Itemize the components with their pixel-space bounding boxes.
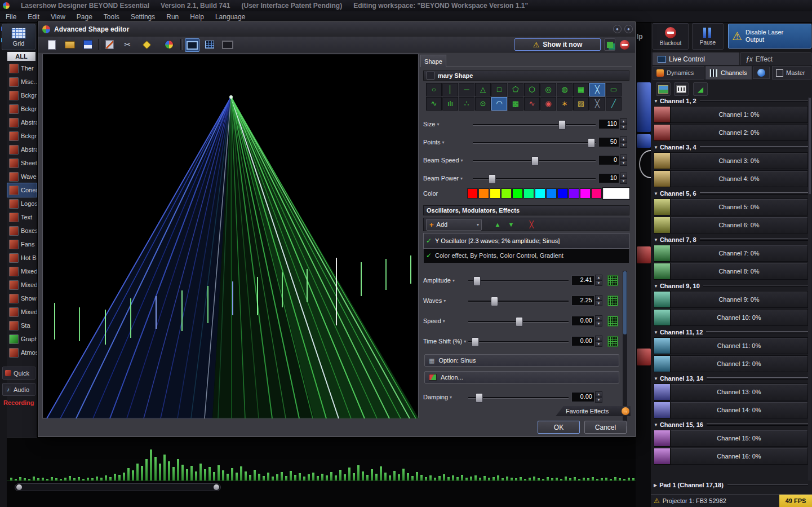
- spin-down-icon[interactable]: ▼: [595, 397, 602, 403]
- param-spinner[interactable]: ▲▼: [620, 173, 627, 184]
- param-value-speed[interactable]: 0.00: [571, 316, 594, 326]
- subtab-dynamics[interactable]: Dynamics: [653, 66, 704, 80]
- spin-up-icon[interactable]: ▲: [620, 155, 627, 160]
- channel-slider[interactable]: Channel 11: 0%: [654, 337, 808, 354]
- param-slider-beam-power[interactable]: [473, 173, 596, 184]
- category-item-atmosp[interactable]: Atmosp: [7, 346, 37, 359]
- channel-slider[interactable]: Channel 1: 0%: [654, 106, 808, 123]
- menu-view[interactable]: View: [45, 12, 71, 22]
- dome-shape-icon[interactable]: ◠: [491, 97, 507, 111]
- channel-slider-track[interactable]: Channel 9: 0%: [671, 291, 808, 308]
- param-slider-points[interactable]: [473, 137, 596, 148]
- channel-slider-track[interactable]: Channel 12: 0%: [671, 355, 808, 372]
- category-item-abstra[interactable]: Abstra: [7, 143, 37, 156]
- param-slider-time-shift[interactable]: [468, 336, 569, 347]
- slider-handle[interactable]: [472, 337, 479, 347]
- master-toggle[interactable]: Master: [772, 66, 811, 80]
- slider-handle[interactable]: [476, 393, 483, 403]
- category-all-tab[interactable]: ALL: [7, 52, 36, 61]
- param-slider-beam-speed[interactable]: [473, 155, 596, 166]
- channel-slider[interactable]: Channel 8: 0%: [654, 263, 808, 280]
- spin-up-icon[interactable]: ▲: [595, 391, 602, 397]
- disable-laser-output-button[interactable]: ⚠ Disable Laser Output: [728, 24, 811, 49]
- param-value-time-shift[interactable]: 0.00: [571, 336, 594, 346]
- pencil-shape-icon[interactable]: ╱: [606, 97, 622, 111]
- channel-slider[interactable]: Channel 4: 0%: [654, 170, 808, 187]
- param-value-beam-power[interactable]: 10: [598, 173, 619, 183]
- param-label-beam-speed[interactable]: Beam Speed▾: [423, 157, 473, 164]
- channel-slider-handle[interactable]: [654, 430, 671, 447]
- channel-slider-handle[interactable]: [654, 217, 671, 233]
- param-spinner[interactable]: ▲▼: [595, 336, 602, 347]
- hatch-grid-shape-icon[interactable]: ▦: [573, 83, 589, 96]
- globe-button[interactable]: [753, 67, 770, 79]
- circle-shape-icon[interactable]: ○: [426, 83, 442, 96]
- save-button[interactable]: [81, 38, 95, 51]
- param-spinner[interactable]: ▲▼: [620, 155, 627, 166]
- category-item-cones[interactable]: Cones: [7, 183, 37, 197]
- channel-slider-handle[interactable]: [654, 170, 671, 187]
- spin-up-icon[interactable]: ▲: [620, 118, 627, 124]
- category-item-bckgr[interactable]: Bckgr: [7, 102, 37, 116]
- spin-down-icon[interactable]: ▼: [595, 280, 602, 286]
- wave-shape-icon[interactable]: ∿: [426, 97, 442, 111]
- channel-slider-track[interactable]: Channel 1: 0%: [671, 106, 808, 123]
- param-label-waves[interactable]: Waves▾: [423, 297, 468, 304]
- color-swatch-5[interactable]: [512, 188, 523, 199]
- dialog-option-button-1[interactable]: ●: [613, 25, 622, 33]
- spin-up-icon[interactable]: ▲: [620, 173, 627, 178]
- channel-group-header[interactable]: ▼Channel 15, 16: [654, 421, 808, 429]
- param-spinner[interactable]: ▲▼: [595, 315, 602, 327]
- param-label-amplitude[interactable]: Amplitude▾: [423, 277, 468, 284]
- ellipse-shape-icon[interactable]: ⊙: [475, 97, 491, 111]
- ball-shape-icon[interactable]: ◉: [540, 97, 556, 111]
- channel-slider-track[interactable]: Channel 16: 0%: [671, 448, 808, 465]
- quick-tools-button[interactable]: Quick: [2, 367, 36, 380]
- triangle-shape-icon[interactable]: △: [475, 83, 491, 96]
- channel-slider-handle[interactable]: [654, 263, 671, 280]
- channel-slider-track[interactable]: Channel 14: 0%: [671, 402, 808, 418]
- channel-slider[interactable]: Channel 9: 0%: [654, 291, 808, 308]
- channel-slider-handle[interactable]: [654, 152, 671, 169]
- channel-slider-handle[interactable]: [654, 199, 671, 215]
- channel-slider-track[interactable]: Channel 6: 0%: [671, 217, 808, 233]
- color-swatch-2[interactable]: [478, 188, 489, 199]
- channel-slider[interactable]: Channel 7: 0%: [654, 245, 808, 262]
- preview-monitor-button[interactable]: [185, 38, 199, 52]
- color-swatch-3[interactable]: [490, 188, 500, 199]
- category-item-boxes[interactable]: Boxes: [7, 224, 37, 237]
- channel-slider[interactable]: Channel 16: 0%: [654, 448, 808, 465]
- param-slider-size[interactable]: [473, 119, 596, 130]
- bars-shape-icon[interactable]: ılı: [442, 97, 458, 111]
- color-settings-button[interactable]: [162, 38, 176, 51]
- move-effect-up-button[interactable]: ▲: [492, 221, 503, 228]
- menu-settings[interactable]: Settings: [125, 12, 161, 22]
- folder-shape-icon[interactable]: ▨: [573, 97, 589, 111]
- scrollbar-thumb[interactable]: [623, 271, 627, 334]
- category-item-graphics[interactable]: Graphics: [7, 332, 37, 346]
- param-label-time-shift[interactable]: Time Shift (%)▾: [423, 338, 468, 345]
- channel-group-header[interactable]: ▼Channel 3, 4: [654, 143, 808, 151]
- param-spinner[interactable]: ▲▼: [595, 391, 602, 403]
- spin-up-icon[interactable]: ▲: [595, 315, 602, 321]
- slider-handle[interactable]: [588, 138, 595, 148]
- category-item-ther[interactable]: Ther: [7, 61, 37, 75]
- channel-slider-track[interactable]: Channel 7: 0%: [671, 245, 808, 262]
- secondary-monitor-button[interactable]: [221, 38, 234, 51]
- channel-slider-handle[interactable]: [654, 355, 671, 372]
- favorite-effects-button[interactable]: Favorite Effects →: [556, 406, 631, 416]
- ok-button[interactable]: OK: [538, 421, 580, 434]
- param-value-beam-speed[interactable]: 0: [598, 155, 619, 165]
- category-item-sheet[interactable]: Sheet: [7, 156, 37, 170]
- channel-group-header[interactable]: ▼Channel 7, 8: [654, 236, 808, 244]
- category-item-fans[interactable]: Fans: [7, 237, 37, 251]
- channel-slider[interactable]: Channel 6: 0%: [654, 217, 808, 233]
- channel-slider-handle[interactable]: [654, 448, 671, 465]
- category-item-hot-b[interactable]: Hot B: [7, 251, 37, 264]
- cut-button[interactable]: ✂: [121, 38, 134, 51]
- fx-grid-button[interactable]: [607, 275, 618, 286]
- channel-group-header[interactable]: ▼Channel 5, 6: [654, 189, 808, 197]
- color-swatch-4[interactable]: [501, 188, 512, 199]
- selected-color-swatch[interactable]: [603, 188, 629, 199]
- category-item-misc[interactable]: Misc...: [7, 75, 37, 89]
